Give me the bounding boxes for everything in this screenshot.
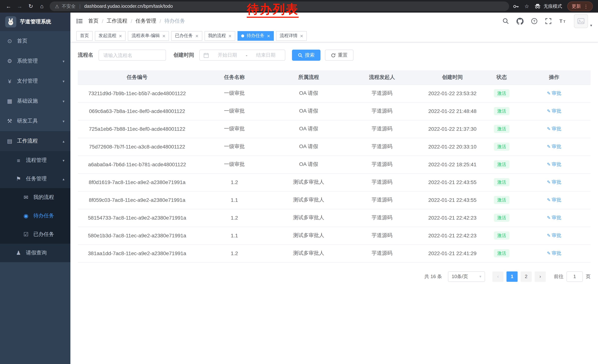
task-id-cell: 8f059c03-7ac8-11ec-a9e2-a2380e71991a: [78, 191, 196, 209]
process-cell: 测试多审批人: [272, 209, 345, 226]
breadcrumb-separator: /: [160, 18, 161, 24]
tab-close-icon[interactable]: ×: [119, 33, 122, 38]
app-title: 芋道管理系统: [20, 18, 51, 25]
update-button[interactable]: 更新 ⋮: [567, 1, 593, 11]
tab-form-edit[interactable]: 流程表单-编辑×: [128, 31, 169, 40]
approve-link[interactable]: ✎审批: [547, 233, 561, 238]
table-row: 381aa1dd-7ac8-11ec-a9e2-a2380e71991a1.2测…: [78, 244, 590, 262]
font-size-icon[interactable]: TT: [559, 18, 566, 24]
status-cell: 激活: [486, 173, 518, 191]
sidebar-item-home[interactable]: ⊙首页: [0, 31, 70, 51]
approve-link[interactable]: ✎审批: [547, 90, 561, 96]
sidebar-item-system[interactable]: ⚙系统管理▾: [0, 51, 70, 71]
tab-close-icon[interactable]: ×: [162, 33, 165, 38]
tab-done-task[interactable]: 已办任务×: [171, 31, 202, 40]
approve-link[interactable]: ✎审批: [547, 144, 561, 149]
goto-page-input[interactable]: [566, 271, 583, 282]
app-logo-row[interactable]: 芋道管理系统: [0, 13, 70, 31]
task-name-cell: 一级审批: [196, 120, 272, 138]
bookmark-star-icon[interactable]: ☆: [524, 3, 529, 9]
key-icon[interactable]: [513, 3, 519, 9]
breadcrumb-item[interactable]: 首页: [88, 18, 99, 24]
sidebar-collapse-icon[interactable]: [76, 18, 83, 24]
column-header: 创建时间: [419, 70, 486, 84]
sidebar: 芋道管理系统 ⊙首页⚙系统管理▾¥支付管理▾▦基础设施▾⚒研发工具▾▤工作流程▴…: [0, 13, 70, 364]
approve-link[interactable]: ✎审批: [547, 197, 561, 202]
created-cell: 2022-01-22 23:53:32: [419, 84, 486, 102]
svg-text:T: T: [559, 18, 562, 24]
next-page-button[interactable]: ›: [535, 271, 546, 282]
tab-todo-task[interactable]: 待办任务×: [238, 31, 274, 40]
process-cell: OA 请假: [272, 138, 345, 155]
tab-close-icon[interactable]: ×: [267, 33, 270, 38]
status-badge: 激活: [494, 143, 509, 151]
chevron-down-icon: ▾: [63, 59, 65, 63]
starter-cell: 芋道源码: [345, 191, 419, 209]
github-icon[interactable]: [516, 18, 523, 25]
sidebar-item-infrastructure[interactable]: ▦基础设施▾: [0, 91, 70, 111]
column-header: 流程发起人: [345, 70, 419, 84]
process-name-input[interactable]: [99, 50, 166, 61]
starter-cell: 芋道源码: [345, 209, 419, 226]
browser-menu-icon[interactable]: ⋮: [583, 4, 588, 9]
calendar-icon: [203, 52, 209, 58]
process-cell: OA 请假: [272, 84, 345, 102]
home-icon[interactable]: ⌂: [36, 0, 47, 13]
back-icon[interactable]: ←: [3, 0, 14, 13]
sidebar-item-process-manage[interactable]: ≡流程管理▾: [0, 151, 70, 170]
approve-link[interactable]: ✎审批: [547, 162, 561, 167]
tab-start-process[interactable]: 发起流程×: [95, 31, 126, 40]
done-task-icon: ☑: [22, 231, 30, 238]
incognito-badge: 无痕模式: [534, 3, 562, 10]
sidebar-item-task-manage[interactable]: ⚑任务管理▴: [0, 170, 70, 188]
page-button-2[interactable]: 2: [521, 271, 532, 282]
date-range-picker[interactable]: 开始日期 - 结束日期: [199, 50, 285, 61]
breadcrumb-item[interactable]: 任务管理: [136, 18, 156, 24]
tab-close-icon[interactable]: ×: [228, 33, 231, 38]
task-name-cell: 一级审批: [196, 84, 272, 102]
help-icon[interactable]: ?: [531, 18, 538, 24]
sidebar-item-todo-task[interactable]: ◉待办任务: [0, 207, 70, 225]
search-icon[interactable]: [502, 18, 509, 24]
sidebar-item-done-task[interactable]: ☑已办任务: [0, 225, 70, 244]
tab-label: 我的流程: [208, 32, 226, 39]
sidebar-item-workflow[interactable]: ▤工作流程▴: [0, 131, 70, 151]
leave-query-icon: ♟: [15, 250, 22, 256]
edit-icon: ✎: [547, 126, 551, 131]
breadcrumb-item[interactable]: 工作流程: [107, 18, 127, 24]
sidebar-item-label: 流程管理: [26, 157, 47, 164]
navbar-actions: ? TT ▾: [502, 14, 592, 28]
approve-link[interactable]: ✎审批: [547, 108, 561, 114]
reset-button[interactable]: 重置: [325, 50, 353, 61]
main-area: 首页/工作流程/任务管理/待办任务 ? TT: [70, 13, 598, 364]
user-avatar[interactable]: ▾: [574, 14, 592, 28]
table-row: 73211d9d-7b9b-11ec-b5b7-acde48001122一级审批…: [78, 84, 590, 102]
page-size-select[interactable]: 10条/页 ▾: [448, 271, 485, 282]
tab-close-icon[interactable]: ×: [195, 33, 199, 38]
tab-my-process[interactable]: 我的流程×: [204, 31, 235, 40]
sidebar-item-my-process[interactable]: ✉我的流程: [0, 188, 70, 207]
app-root: 芋道管理系统 ⊙首页⚙系统管理▾¥支付管理▾▦基础设施▾⚒研发工具▾▤工作流程▴…: [0, 13, 598, 364]
approve-link[interactable]: ✎审批: [547, 126, 561, 131]
tab-close-icon[interactable]: ×: [300, 33, 303, 38]
process-name-label: 流程名: [78, 52, 93, 58]
tab-process-detail[interactable]: 流程详情×: [276, 31, 307, 40]
page-button-1[interactable]: 1: [507, 271, 518, 282]
sidebar-item-payment[interactable]: ¥支付管理▾: [0, 71, 70, 91]
actions-cell: ✎审批: [518, 191, 590, 209]
created-cell: 2022-01-21 22:43:55: [419, 191, 486, 209]
tab-home[interactable]: 首页: [76, 31, 93, 40]
sidebar-item-leave-query[interactable]: ♟请假查询: [0, 244, 70, 262]
forward-icon[interactable]: →: [14, 0, 25, 13]
breadcrumb-separator: /: [102, 18, 103, 24]
approve-link[interactable]: ✎审批: [547, 215, 561, 220]
created-cell: 2022-01-21 22:42:23: [419, 226, 486, 244]
approve-link[interactable]: ✎审批: [547, 179, 561, 185]
approve-link[interactable]: ✎审批: [547, 250, 561, 256]
refresh-icon[interactable]: ↻: [25, 0, 36, 13]
search-button[interactable]: 搜索: [292, 50, 321, 61]
fullscreen-icon[interactable]: [545, 18, 552, 24]
tab-label: 已办任务: [175, 32, 193, 39]
sidebar-item-devtools[interactable]: ⚒研发工具▾: [0, 111, 70, 131]
prev-page-button[interactable]: ‹: [492, 271, 504, 282]
